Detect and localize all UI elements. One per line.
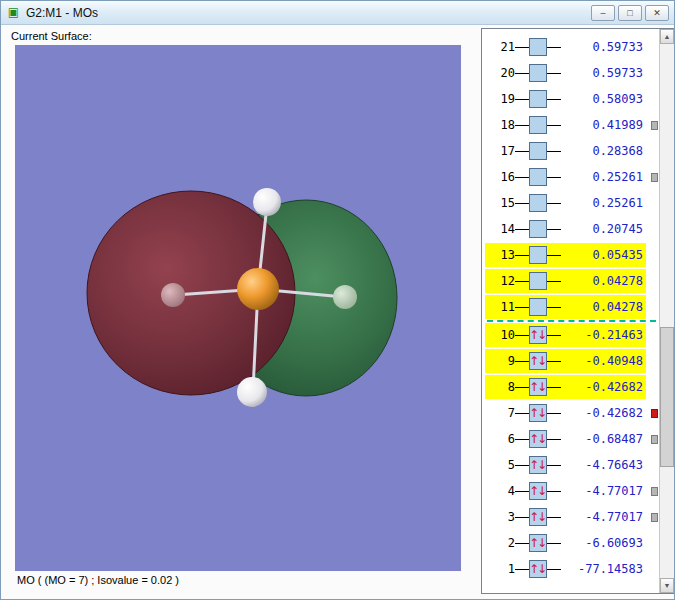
mo-row-5[interactable]: 5↑↓-4.76643	[485, 452, 658, 478]
mo-row-band: 110.04278	[485, 295, 646, 319]
mo-occupancy-icon: ↑↓	[529, 482, 547, 500]
tick-line	[547, 543, 561, 544]
mo-row-13[interactable]: 130.05435	[485, 242, 658, 268]
scrollbar-thumb[interactable]	[660, 327, 674, 467]
tick-line	[547, 517, 561, 518]
scroll-down-icon[interactable]: ▼	[660, 578, 674, 593]
mo-row-15[interactable]: 150.25261	[485, 190, 658, 216]
mo-row-band: 5↑↓-4.76643	[485, 453, 646, 477]
tick-line	[547, 465, 561, 466]
tick-line	[515, 229, 529, 230]
surface-marker	[651, 513, 658, 522]
mo-energy: -0.21463	[563, 328, 643, 342]
mo-energy: 0.25261	[563, 196, 643, 210]
electron-arrows-icon: ↑↓	[529, 563, 545, 575]
surface-marker	[651, 435, 658, 444]
tick-line	[547, 335, 561, 336]
mo-row-band: 8↑↓-0.42682	[485, 375, 646, 399]
tick-line	[515, 203, 529, 204]
molecule-viewport[interactable]	[15, 45, 461, 571]
mo-index: 10	[489, 328, 515, 342]
minimize-button[interactable]: –	[591, 5, 615, 21]
tick-line	[547, 47, 561, 48]
mo-row-band: 9↑↓-0.40948	[485, 349, 646, 373]
mo-row-4[interactable]: 4↑↓-4.77017	[485, 478, 658, 504]
maximize-button[interactable]: □	[618, 5, 642, 21]
mo-index: 13	[489, 248, 515, 262]
electron-arrows-icon: ↑↓	[529, 433, 545, 445]
bottom-hydrogen	[237, 377, 267, 407]
mo-row-21[interactable]: 210.59733	[485, 34, 658, 60]
mo-index: 12	[489, 274, 515, 288]
center-atom	[237, 268, 279, 310]
mo-list-scrollbar[interactable]: ▲ ▼	[659, 29, 674, 593]
tick-line	[515, 125, 529, 126]
electron-arrows-icon: ↑↓	[529, 407, 545, 419]
mo-row-2[interactable]: 2↑↓-6.60693	[485, 530, 658, 556]
mo-row-8[interactable]: 8↑↓-0.42682	[485, 374, 658, 400]
titlebar[interactable]: ▣ G2:M1 - MOs – □ ✕	[1, 1, 674, 25]
mo-row-band: 4↑↓-4.77017	[485, 479, 646, 503]
mo-row-band: 150.25261	[485, 191, 646, 215]
left-atom	[161, 283, 185, 307]
mo-row-9[interactable]: 9↑↓-0.40948	[485, 348, 658, 374]
mo-row-7[interactable]: 7↑↓-0.42682	[485, 400, 658, 426]
mo-energy: 0.59733	[563, 66, 643, 80]
mo-row-11[interactable]: 110.04278	[485, 294, 658, 320]
scroll-up-icon[interactable]: ▲	[660, 29, 674, 44]
tick-line	[547, 125, 561, 126]
electron-arrows-icon: ↑↓	[529, 355, 545, 367]
electron-arrows-icon: ↑↓	[529, 381, 545, 393]
mo-energy: -77.14583	[563, 562, 643, 576]
mo-row-12[interactable]: 120.04278	[485, 268, 658, 294]
mo-index: 14	[489, 222, 515, 236]
mo-energy: 0.04278	[563, 300, 643, 314]
mo-row-1[interactable]: 1↑↓-77.14583	[485, 556, 658, 582]
mo-energy: 0.20745	[563, 222, 643, 236]
tick-line	[547, 229, 561, 230]
mo-energy: 0.28368	[563, 144, 643, 158]
window-title: G2:M1 - MOs	[26, 6, 588, 20]
mo-occupancy-icon	[529, 194, 547, 212]
mo-row-band: 170.28368	[485, 139, 646, 163]
tick-line	[515, 73, 529, 74]
mo-row-band: 200.59733	[485, 61, 646, 85]
tick-line	[547, 281, 561, 282]
electron-arrows-icon: ↑↓	[529, 329, 545, 341]
mo-row-10[interactable]: 10↑↓-0.21463	[485, 322, 658, 348]
mo-occupancy-icon: ↑↓	[529, 352, 547, 370]
tick-line	[515, 335, 529, 336]
mo-row-20[interactable]: 200.59733	[485, 60, 658, 86]
mo-index: 1	[489, 562, 515, 576]
mo-row-3[interactable]: 3↑↓-4.77017	[485, 504, 658, 530]
mo-energy: -6.60693	[563, 536, 643, 550]
mo-row-16[interactable]: 160.25261	[485, 164, 658, 190]
mo-row-19[interactable]: 190.58093	[485, 86, 658, 112]
tick-line	[547, 203, 561, 204]
mo-index: 7	[489, 406, 515, 420]
tick-line	[547, 413, 561, 414]
close-button[interactable]: ✕	[645, 5, 669, 21]
tick-line	[515, 413, 529, 414]
surface-marker	[651, 121, 658, 130]
mo-index: 8	[489, 380, 515, 394]
mo-energy: -4.77017	[563, 510, 643, 524]
mos-window: ▣ G2:M1 - MOs – □ ✕ Current Surface:	[0, 0, 675, 600]
mo-index: 6	[489, 432, 515, 446]
mo-row-14[interactable]: 140.20745	[485, 216, 658, 242]
mo-energy: 0.05435	[563, 248, 643, 262]
mo-occupancy-icon: ↑↓	[529, 560, 547, 578]
mo-index: 16	[489, 170, 515, 184]
mo-row-band: 120.04278	[485, 269, 646, 293]
mo-row-17[interactable]: 170.28368	[485, 138, 658, 164]
mo-row-6[interactable]: 6↑↓-0.68487	[485, 426, 658, 452]
mo-row-18[interactable]: 180.41989	[485, 112, 658, 138]
tick-line	[547, 569, 561, 570]
surface-marker	[651, 487, 658, 496]
mo-status-text: MO ( (MO = 7) ; Isovalue = 0.02 )	[17, 574, 179, 586]
tick-line	[515, 465, 529, 466]
surface-marker	[651, 173, 658, 182]
tick-line	[547, 177, 561, 178]
mo-occupancy-icon: ↑↓	[529, 378, 547, 396]
tick-line	[515, 47, 529, 48]
